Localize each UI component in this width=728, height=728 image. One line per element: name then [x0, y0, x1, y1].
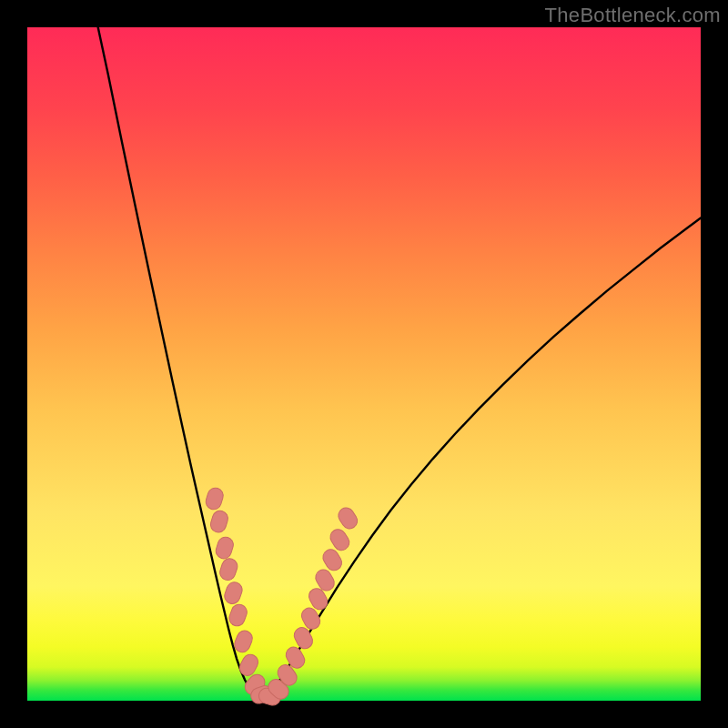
svg-rect-20	[336, 505, 360, 531]
svg-rect-2	[214, 535, 235, 561]
plot-area	[27, 27, 701, 701]
svg-rect-3	[217, 557, 239, 582]
marker-group	[204, 486, 360, 707]
marker-point	[204, 486, 225, 511]
svg-rect-5	[228, 602, 249, 628]
marker-point	[208, 509, 229, 534]
svg-rect-0	[204, 486, 225, 511]
curve-group	[98, 27, 701, 700]
marker-point	[214, 535, 235, 561]
marker-point	[228, 602, 249, 628]
marker-point	[336, 505, 360, 531]
marker-point	[232, 629, 255, 655]
watermark-text: TheBottleneck.com	[545, 4, 721, 27]
plot-svg	[27, 27, 701, 701]
curve-right-branch	[262, 217, 701, 699]
svg-rect-1	[208, 509, 229, 534]
marker-point	[217, 557, 239, 582]
svg-rect-6	[232, 629, 255, 655]
marker-point	[222, 580, 244, 605]
chart-frame: TheBottleneck.com	[0, 0, 728, 728]
svg-rect-4	[222, 580, 244, 605]
